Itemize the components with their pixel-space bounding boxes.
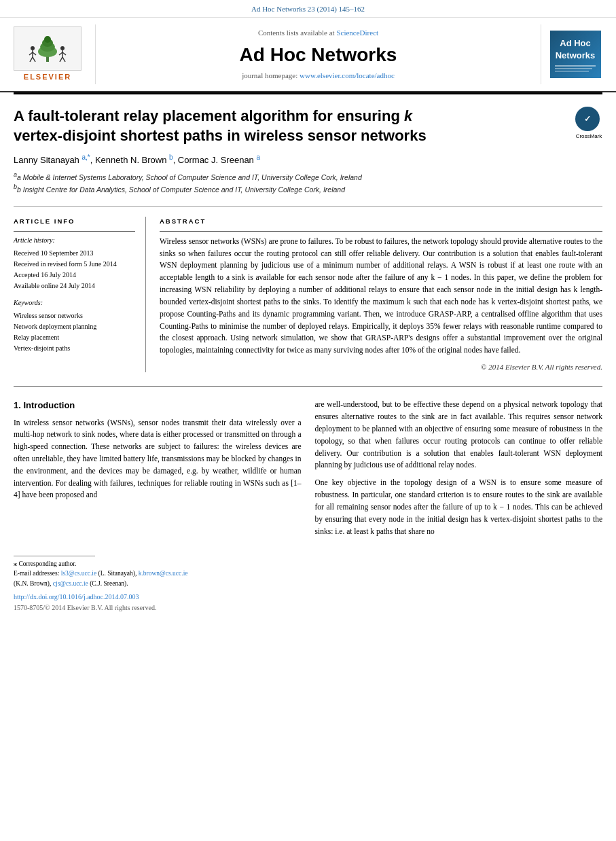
col2-para1: are well-understood, but to be effective…	[315, 399, 603, 471]
section1-para1: In wireless sensor networks (WSNs), sens…	[14, 417, 302, 502]
abstract-bottom-divider	[14, 386, 602, 387]
affiliation-a: a Mobile & Internet Systems Laboratory, …	[17, 173, 362, 181]
article-info-column: ARTICLE INFO Article history: Received 1…	[14, 217, 146, 373]
svg-line-9	[30, 57, 33, 62]
svg-line-15	[60, 57, 62, 62]
keyword-1: Wireless sensor networks	[14, 310, 135, 321]
crossmark-area: ✓ CrossMark	[575, 107, 602, 140]
history-label: Article history:	[14, 236, 135, 245]
publisher-logo-area: ELSEVIER	[14, 24, 88, 84]
journal-info-center: Contents lists available at ScienceDirec…	[95, 24, 541, 84]
paper-header: A fault-tolerant relay placement algorit…	[0, 94, 616, 202]
abstract-text: Wireless sensor networks (WSNs) are pron…	[160, 236, 602, 357]
email-label: E-mail addresses:	[14, 570, 59, 577]
paper-header-divider	[14, 206, 602, 207]
svg-point-11	[60, 46, 65, 50]
crossmark-icon: ✓	[575, 107, 600, 131]
received-date: Received 10 September 2013	[14, 248, 135, 259]
body-section: 1. Introduction In wireless sensor netwo…	[0, 393, 616, 588]
footnote-email: E-mail addresses: ls3@cs.ucc.ie (L. Sita…	[14, 569, 302, 588]
authors-line: Lanny Sitanayah a,*, Kenneth N. Brown b,…	[14, 153, 565, 167]
elsevier-text: ELSEVIER	[24, 72, 71, 82]
author3: (C.J. Sreenan).	[90, 580, 128, 587]
email1[interactable]: ls3@cs.ucc.ie	[61, 570, 97, 577]
logo-decoration	[555, 65, 596, 72]
abstract-top-divider	[160, 231, 602, 232]
body-left-col: 1. Introduction In wireless sensor netwo…	[14, 399, 302, 588]
journal-logo-right: Ad Hoc Networks	[548, 24, 602, 84]
svg-line-16	[62, 57, 65, 62]
affiliation-b: b Insight Centre for Data Analytics, Sch…	[17, 185, 345, 194]
svg-line-10	[33, 57, 35, 62]
elsevier-image	[14, 26, 81, 71]
copyright: © 2014 Elsevier B.V. All rights reserved…	[160, 362, 602, 372]
available-date: Available online 24 July 2014	[14, 281, 135, 291]
paper-title-area: A fault-tolerant relay placement algorit…	[14, 107, 565, 195]
issn-line: 1570-8705/© 2014 Elsevier B.V. All right…	[14, 603, 602, 613]
svg-point-5	[31, 46, 35, 50]
journal-logo-box: Ad Hoc Networks	[550, 31, 601, 78]
author1: (L. Sitanayah),	[98, 570, 137, 577]
paper-title: A fault-tolerant relay placement algorit…	[14, 107, 565, 145]
contents-available-line: Contents lists available at ScienceDirec…	[258, 28, 378, 38]
article-info-abstract-section: ARTICLE INFO Article history: Received 1…	[0, 210, 616, 380]
logo-line2: Networks	[556, 50, 596, 62]
keywords-section: Keywords: Wireless sensor networks Netwo…	[14, 298, 135, 354]
footnote-divider	[14, 556, 95, 556]
received-revised-date: Received in revised form 5 June 2014	[14, 259, 135, 270]
doi-link[interactable]: http://dx.doi.org/10.1016/j.adhoc.2014.0…	[14, 592, 602, 602]
logo-line1: Ad Hoc	[560, 37, 591, 50]
article-info-title: ARTICLE INFO	[14, 217, 135, 226]
abstract-section: ABSTRACT Wireless sensor networks (WSNs)…	[160, 217, 602, 373]
col2-para2: One key objective in the topology design…	[315, 477, 603, 537]
affiliations: aa Mobile & Internet Systems Laboratory,…	[14, 171, 565, 196]
keyword-4: Vertex-disjoint paths	[14, 343, 135, 354]
keyword-3: Relay placement	[14, 332, 135, 343]
article-info-top-divider	[14, 231, 135, 232]
accepted-date: Accepted 16 July 2014	[14, 270, 135, 281]
abstract-title: ABSTRACT	[160, 217, 602, 226]
email2[interactable]: k.brown@cs.ucc.ie	[139, 570, 188, 577]
footnote-area: ⁎ Corresponding author. E-mail addresses…	[14, 556, 302, 588]
author2: (K.N. Brown),	[14, 580, 51, 587]
crossmark-label: CrossMark	[575, 132, 602, 140]
elsevier-tree-svg	[20, 33, 75, 64]
top-bar: Ad Hoc Networks 23 (2014) 145–162	[0, 0, 616, 18]
bottom-info: http://dx.doi.org/10.1016/j.adhoc.2014.0…	[0, 588, 616, 617]
keywords-label: Keywords:	[14, 298, 135, 308]
keyword-2: Network deployment planning	[14, 321, 135, 332]
email3[interactable]: cjs@cs.ucc.ie	[53, 580, 88, 587]
footnote-corresponding: ⁎ Corresponding author.	[14, 559, 302, 569]
section1-heading: 1. Introduction	[14, 399, 302, 412]
journal-name: Ad Hoc Networks	[240, 41, 397, 68]
elsevier-logo: ELSEVIER	[14, 26, 81, 82]
body-right-col: are well-understood, but to be effective…	[315, 399, 603, 588]
svg-point-4	[44, 36, 51, 43]
journal-homepage-line: journal homepage: www.elsevier.com/locat…	[242, 71, 395, 81]
journal-header: ELSEVIER Contents lists available at Sci…	[0, 18, 616, 92]
journal-citation: Ad Hoc Networks 23 (2014) 145–162	[251, 5, 365, 13]
